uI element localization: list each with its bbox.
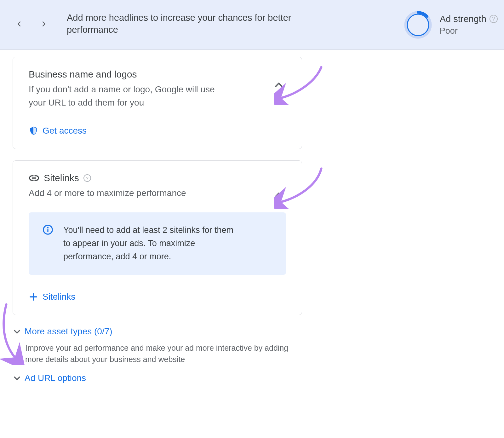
svg-point-3 [47, 227, 49, 229]
collapse-business-card-button[interactable] [273, 80, 284, 90]
banner-next-button[interactable] [40, 20, 48, 28]
collapse-sitelinks-card-button[interactable] [273, 190, 284, 200]
sitelinks-card: Sitelinks ? Add 4 or more to maximize pe… [13, 160, 302, 315]
chevron-down-icon [13, 327, 21, 336]
get-access-button[interactable]: Get access [29, 126, 87, 136]
svg-rect-4 [47, 229, 48, 232]
chevron-left-icon [16, 20, 23, 27]
sitelinks-help-icon[interactable]: ? [83, 174, 91, 182]
chevron-down-icon [13, 374, 21, 383]
banner-nav [15, 20, 48, 28]
plus-icon [29, 292, 38, 302]
chevron-up-icon [273, 190, 284, 200]
banner-message: Add more headlines to increase your chan… [67, 12, 294, 36]
more-asset-types-helper: Improve your ad performance and make you… [25, 342, 290, 365]
business-card-title: Business name and logos [29, 69, 286, 80]
banner-prev-button[interactable] [15, 20, 23, 28]
business-card-subtitle: If you don't add a name or logo, Google … [29, 83, 230, 109]
sitelinks-info-text: You'll need to add at least 2 sitelinks … [63, 224, 240, 263]
add-sitelinks-label: Sitelinks [43, 292, 75, 302]
ad-strength-label: Ad strength [440, 14, 486, 24]
ad-strength-value: Poor [440, 26, 498, 36]
shield-icon [29, 126, 38, 135]
business-name-card: Business name and logos If you don't add… [13, 57, 302, 149]
sitelinks-card-title: Sitelinks [44, 173, 79, 183]
more-asset-types-toggle[interactable]: More asset types (0/7) [13, 326, 302, 337]
chevron-right-icon [40, 20, 47, 27]
sitelinks-info-box: You'll need to add at least 2 sitelinks … [29, 212, 286, 275]
sitelinks-card-subtitle: Add 4 or more to maximize performance [29, 187, 230, 200]
add-sitelinks-button[interactable]: Sitelinks [29, 292, 75, 302]
ad-strength-ring-icon [404, 11, 432, 39]
info-icon [43, 224, 53, 263]
chevron-up-icon [273, 80, 284, 90]
ad-strength-meter: Ad strength ? Poor [404, 11, 498, 39]
ad-strength-banner: Add more headlines to increase your chan… [0, 0, 504, 50]
ad-url-options-label: Ad URL options [25, 373, 86, 383]
more-asset-types-label: More asset types (0/7) [25, 326, 112, 337]
ad-strength-help-icon[interactable]: ? [490, 15, 498, 23]
get-access-label: Get access [43, 126, 87, 136]
svg-point-0 [407, 14, 428, 35]
link-icon [29, 173, 39, 183]
ad-url-options-toggle[interactable]: Ad URL options [13, 373, 302, 383]
